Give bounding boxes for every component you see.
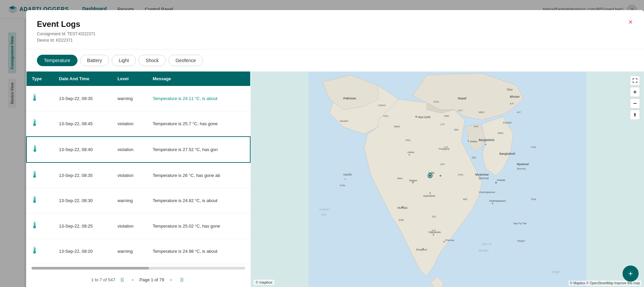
cell-datetime: 13-Sep-22, 08:25 xyxy=(54,213,112,239)
svg-text:Bangladesh: Bangladesh xyxy=(479,139,494,142)
cell-level: violation xyxy=(112,137,147,162)
event-logs-modal: Event Logs Consignment Id: TEST-KD22371 … xyxy=(26,10,644,287)
svg-text:Bengaluru: Bengaluru xyxy=(416,248,427,251)
map-controls: + − ⬆ xyxy=(630,76,640,120)
thermometer-icon xyxy=(32,196,37,205)
consignment-id: Consignment Id: TEST-KD22371 xyxy=(37,31,633,37)
svg-text:Yangon: Yangon xyxy=(517,239,525,242)
table-row[interactable]: 13-Sep-22, 08:40violationTemperature is … xyxy=(26,137,250,162)
tab-battery[interactable]: Battery xyxy=(80,55,109,66)
table-row[interactable]: 13-Sep-22, 08:25violationTemperature is … xyxy=(26,213,250,239)
svg-text:Nay Pyi Taw: Nay Pyi Taw xyxy=(514,222,527,225)
device-id: Device Id: KD22371 xyxy=(37,37,633,44)
svg-text:A.P.: A.P. xyxy=(517,111,521,114)
svg-text:Visakhapatnam: Visakhapatnam xyxy=(479,191,495,194)
modal-meta: Consignment Id: TEST-KD22371 Device Id: … xyxy=(37,31,633,44)
svg-text:RAJ.: RAJ. xyxy=(406,139,411,142)
svg-text:YUN.: YUN. xyxy=(531,146,536,149)
tab-shock[interactable]: Shock xyxy=(139,55,166,66)
svg-text:Hyderabad: Hyderabad xyxy=(423,194,435,197)
tab-temperature[interactable]: Temperature xyxy=(37,55,77,66)
tab-geofence[interactable]: Geofence xyxy=(168,55,203,66)
thermometer-icon xyxy=(32,221,37,231)
svg-point-63 xyxy=(443,241,445,242)
cell-message: Temperature is 24.98 °C, is about xyxy=(147,239,250,264)
col-type: Type xyxy=(26,71,54,86)
cell-level: warning xyxy=(112,239,147,264)
table-row[interactable]: 13-Sep-22, 08:30warningTemperature is 24… xyxy=(26,188,250,213)
cell-level: violation xyxy=(112,213,147,239)
pagination-prev[interactable]: ‹ xyxy=(129,276,137,284)
map-zoom-in-button[interactable]: + xyxy=(630,87,640,97)
cell-datetime: 13-Sep-22, 08:20 xyxy=(54,239,112,264)
cell-message: Temperature is 26 °C, has gone ab xyxy=(147,162,250,188)
svg-text:MEG.: MEG. xyxy=(479,111,485,114)
svg-text:Dhaka: Dhaka xyxy=(470,140,477,143)
cell-datetime: 13-Sep-22, 08:35 xyxy=(54,162,112,188)
svg-text:MIZ.: MIZ. xyxy=(463,198,468,201)
svg-text:Nashik: Nashik xyxy=(343,174,352,177)
svg-text:U.P.: U.P. xyxy=(440,123,445,126)
svg-text:TEL.: TEL. xyxy=(432,215,437,218)
modal-title: Event Logs xyxy=(37,19,633,29)
cell-type-icon xyxy=(26,137,54,162)
cell-level: warning xyxy=(112,188,147,213)
pagination-first[interactable]: ⟨⟨ xyxy=(118,276,126,284)
svg-point-28 xyxy=(33,200,36,203)
svg-point-10 xyxy=(33,124,36,126)
svg-text:Prayagraj: Prayagraj xyxy=(439,147,449,150)
svg-point-34 xyxy=(33,226,36,228)
svg-text:Arabian: Arabian xyxy=(319,208,330,211)
table-row[interactable]: 13-Sep-22, 09:35warningTemperature is 24… xyxy=(26,86,250,111)
svg-text:Nagpur: Nagpur xyxy=(409,179,417,182)
map-fullscreen-button[interactable] xyxy=(630,76,640,86)
svg-text:Bangladesh: Bangladesh xyxy=(499,153,515,156)
map-section: New Delhi Dhaka India Indore Nagpur Mumb… xyxy=(251,71,644,287)
mapbox-logo: © mapbox xyxy=(254,280,274,285)
fullscreen-icon xyxy=(633,78,637,83)
svg-text:Indore: Indore xyxy=(408,151,415,154)
svg-rect-41 xyxy=(34,249,35,251)
table-row[interactable]: 13-Sep-22, 08:45violationTemperature is … xyxy=(26,111,250,137)
map-zoom-out-button[interactable]: − xyxy=(630,98,640,108)
pagination-last[interactable]: ⟩⟩ xyxy=(178,276,186,284)
map-reset-button[interactable]: ⬆ xyxy=(630,110,640,120)
cell-type-icon xyxy=(26,188,54,213)
cell-datetime: 13-Sep-22, 08:40 xyxy=(54,137,112,162)
table-scrollbar[interactable] xyxy=(32,267,245,270)
svg-text:Tibet: Tibet xyxy=(506,88,513,91)
svg-text:M.P.: M.P. xyxy=(440,163,445,166)
cell-type-icon xyxy=(26,239,54,264)
svg-text:KAR.: KAR. xyxy=(399,219,405,222)
svg-text:Sea: Sea xyxy=(321,213,326,217)
svg-text:Kolkata: Kolkata xyxy=(497,179,505,182)
svg-text:Bhutan: Bhutan xyxy=(510,95,519,98)
cell-datetime: 13-Sep-22, 08:45 xyxy=(54,111,112,137)
svg-text:ODI.: ODI. xyxy=(472,156,477,159)
cell-message: Temperature is 24.11 °C, is about xyxy=(147,86,250,111)
cell-message: Temperature is 25.02 °C, has gone xyxy=(147,213,250,239)
svg-text:Nepal: Nepal xyxy=(458,97,466,100)
svg-text:Bay of: Bay of xyxy=(482,243,491,246)
cell-type-icon xyxy=(26,162,54,188)
pagination-next[interactable]: › xyxy=(167,276,175,284)
svg-point-65 xyxy=(495,182,497,184)
svg-text:BIH.: BIH. xyxy=(454,128,459,131)
cell-level: warning xyxy=(112,86,147,111)
table-row[interactable]: 13-Sep-22, 08:20warningTemperature is 24… xyxy=(26,239,250,264)
pagination-range: 1 to 7 of 547 xyxy=(91,277,115,282)
table-row[interactable]: 13-Sep-22, 08:35violationTemperature is … xyxy=(26,162,250,188)
svg-text:Myanmar: Myanmar xyxy=(517,163,529,166)
fab-button[interactable]: + xyxy=(623,266,639,282)
svg-point-59 xyxy=(433,234,434,236)
svg-text:Myanmar: Myanmar xyxy=(475,173,489,177)
cell-datetime: 13-Sep-22, 08:30 xyxy=(54,188,112,213)
cell-message: Temperature is 27.52 °C, has gon xyxy=(147,137,250,162)
svg-text:PUN.: PUN. xyxy=(340,184,345,187)
tab-light[interactable]: Light xyxy=(112,55,136,66)
table-header-row: Type Date And Time Level Message xyxy=(26,71,250,86)
svg-text:JHA.: JHA. xyxy=(474,125,479,128)
modal-close-button[interactable]: × xyxy=(625,17,636,28)
svg-rect-35 xyxy=(34,223,35,226)
svg-text:Chennai: Chennai xyxy=(445,239,454,242)
